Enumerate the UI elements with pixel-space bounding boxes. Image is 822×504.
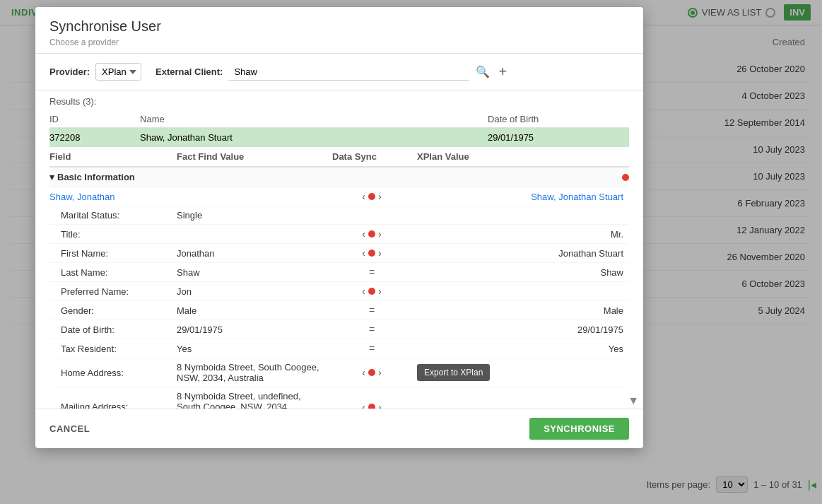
mailaddr-arrow-left-icon[interactable]: ‹ <box>362 402 365 409</box>
firstname-arrow-left-icon[interactable]: ‹ <box>362 247 365 259</box>
dob-fact: 29/01/1975 <box>177 320 332 339</box>
sync-col-header: Data Sync <box>332 147 417 167</box>
basic-info-red-dot <box>622 174 629 181</box>
gender-fact: Male <box>177 301 332 320</box>
title-arrow-left-icon[interactable]: ‹ <box>362 228 365 240</box>
provider-label: Provider: <box>49 66 90 77</box>
marital-status-field: Marital Status: <box>49 206 177 225</box>
result-id: 372208 <box>49 128 140 148</box>
gender-field: Gender: <box>49 301 177 320</box>
field-col-header: Field <box>49 147 177 167</box>
marital-status-fact: Single <box>177 206 332 225</box>
modal-form: Provider: XPlan External Client: 🔍 + <box>35 54 643 90</box>
home-address-fact: 8 Nymboida Street, South Coogee, NSW, 20… <box>177 358 332 387</box>
homeaddr-arrow-left-icon[interactable]: ‹ <box>362 367 365 378</box>
shaw-jonathan-xplan: Shaw, Jonathan Stuart <box>417 187 629 206</box>
homeaddr-arrow-right-icon[interactable]: › <box>378 367 382 378</box>
results-table: ID Name Date of Birth 372208 Shaw, Jonat… <box>49 111 629 147</box>
basic-info-section[interactable]: Basic Information <box>49 167 629 187</box>
arrow-left-icon[interactable]: ‹ <box>362 191 365 202</box>
synchronise-modal: Synchronise User Choose a provider Provi… <box>35 7 643 448</box>
id-col-header: ID <box>49 111 140 128</box>
title-fact <box>177 225 332 244</box>
export-tooltip: Export to XPlan <box>417 364 490 381</box>
prefname-red-dot <box>368 288 375 295</box>
title-red-dot <box>368 230 375 238</box>
mailing-address-field: Mailing Address: <box>49 387 177 409</box>
results-count: Results (3): <box>49 96 629 107</box>
tax-resident-sync: = <box>332 339 417 358</box>
scroll-down-icon[interactable]: ▼ <box>628 394 639 407</box>
search-button[interactable]: 🔍 <box>474 64 491 80</box>
modal-header: Synchronise User Choose a provider <box>35 7 643 54</box>
provider-group: Provider: XPlan <box>49 63 141 81</box>
modal-overlay: Synchronise User Choose a provider Provi… <box>0 0 822 504</box>
last-name-field: Last Name: <box>49 263 177 282</box>
prefname-arrow-right-icon[interactable]: › <box>378 286 382 297</box>
data-inner: Field Fact Find Value Data Sync XPlan Va… <box>35 147 643 409</box>
first-name-xplan: Jonathan Stuart <box>417 244 629 263</box>
title-sync: ‹ › <box>332 225 417 244</box>
results-section: Results (3): ID Name Date of Birth 37220… <box>35 90 643 147</box>
provider-select[interactable]: XPlan <box>95 63 141 81</box>
shaw-jonathan-field: Shaw, Jonathan <box>49 187 177 206</box>
external-client-input[interactable] <box>228 64 469 81</box>
first-name-fact: Jonathan <box>177 244 332 263</box>
arrow-right-icon[interactable]: › <box>378 191 382 202</box>
dob-sync: = <box>332 320 417 339</box>
result-name: Shaw, Jonathan Stuart <box>140 128 488 148</box>
add-button[interactable]: + <box>497 62 508 81</box>
dob-col-header: Date of Birth <box>488 111 629 128</box>
home-address-row: Home Address: 8 Nymboida Street, South C… <box>49 358 629 387</box>
dob-equals-icon: = <box>369 324 375 335</box>
first-name-row: First Name: Jonathan ‹ › Jonathan S <box>49 244 629 263</box>
basic-info-sync-dot <box>417 167 629 187</box>
marital-status-xplan <box>417 206 629 225</box>
title-arrow-right-icon[interactable]: › <box>378 228 382 240</box>
title-row: Title: ‹ › Mr. <box>49 225 629 244</box>
mailing-address-row: Mailing Address: 8 Nymboida Street, unde… <box>49 387 629 409</box>
gender-row: Gender: Male = Male <box>49 301 629 320</box>
last-name-row: Last Name: Shaw = Shaw <box>49 263 629 282</box>
sync-red-dot <box>368 193 375 200</box>
preferred-name-fact: Jon <box>177 282 332 301</box>
shaw-jonathan-link[interactable]: Shaw, Jonathan <box>49 192 115 202</box>
last-name-xplan: Shaw <box>417 263 629 282</box>
preferred-name-xplan <box>417 282 629 301</box>
homeaddr-red-dot <box>368 369 375 376</box>
dob-row: Date of Birth: 29/01/1975 = 29/01/1975 <box>49 320 629 339</box>
basic-info-text: Basic Information <box>57 172 135 182</box>
prefname-arrow-left-icon[interactable]: ‹ <box>362 286 365 297</box>
first-name-field: First Name: <box>49 244 177 263</box>
last-name-fact: Shaw <box>177 263 332 282</box>
title-field: Title: <box>49 225 177 244</box>
preferred-name-row: Preferred Name: Jon ‹ › <box>49 282 629 301</box>
result-row[interactable]: 372208 Shaw, Jonathan Stuart 29/01/1975 <box>49 128 629 148</box>
firstname-red-dot <box>368 250 375 257</box>
mailaddr-red-dot <box>368 404 375 409</box>
shaw-jonathan-stuart-link[interactable]: Shaw, Jonathan Stuart <box>531 192 623 202</box>
dob-field: Date of Birth: <box>49 320 177 339</box>
tax-resident-xplan: Yes <box>417 339 629 358</box>
modal-footer: CANCEL SYNCHRONISE <box>35 409 643 448</box>
shaw-jonathan-sync: ‹ › <box>332 187 417 206</box>
mailing-address-fact: 8 Nymboida Street, undefined, South Coog… <box>177 387 332 409</box>
basic-info-toggle-icon[interactable] <box>49 172 54 182</box>
data-scroll-container[interactable]: Field Fact Find Value Data Sync XPlan Va… <box>35 147 643 409</box>
mailing-address-xplan <box>417 387 629 409</box>
cancel-button[interactable]: CANCEL <box>49 423 90 434</box>
synchronise-button[interactable]: SYNCHRONISE <box>529 418 629 440</box>
basic-info-label[interactable]: Basic Information <box>49 167 417 187</box>
title-xplan: Mr. <box>417 225 629 244</box>
mailaddr-arrow-right-icon[interactable]: › <box>378 402 382 409</box>
preferred-name-field: Preferred Name: <box>49 282 177 301</box>
home-address-field: Home Address: <box>49 358 177 387</box>
firstname-arrow-right-icon[interactable]: › <box>378 247 382 259</box>
external-client-label: External Client: <box>155 66 223 77</box>
first-name-sync: ‹ › <box>332 244 417 263</box>
home-address-sync: ‹ › <box>332 358 417 387</box>
last-name-sync: = <box>332 263 417 282</box>
taxres-equals-icon: = <box>369 343 375 354</box>
shaw-jonathan-row: Shaw, Jonathan ‹ › <box>49 187 629 206</box>
name-col-header: Name <box>140 111 488 128</box>
